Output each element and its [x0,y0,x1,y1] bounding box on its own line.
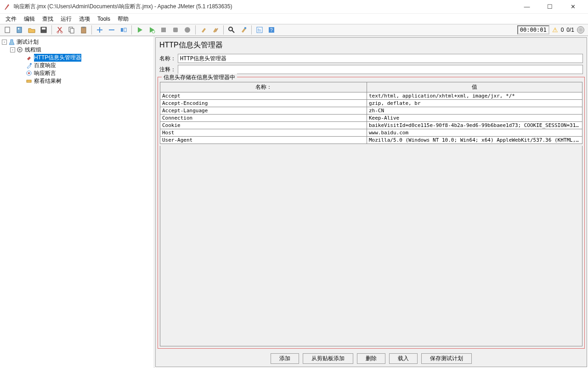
tree-baidu-response[interactable]: 百度响应 [0,62,154,69]
start-icon[interactable] [134,25,145,35]
menu-search[interactable]: 查找 [40,14,56,24]
header-value-cell[interactable]: Keep-Alive [367,115,582,122]
header-value-cell[interactable]: Mozilla/5.0 (Windows NT 10.0; Win64; x64… [367,137,582,144]
col-header-value[interactable]: 值 [367,82,582,92]
header-name-cell[interactable]: Cookie [160,122,367,129]
cut-icon[interactable] [54,25,65,35]
app-icon [4,3,11,11]
table-row[interactable]: Accept-Languagezh-CN [160,107,582,115]
name-label: 名称： [159,55,178,63]
toggle-icon[interactable] [118,25,129,35]
table-empty-area[interactable] [160,146,582,346]
table-row[interactable]: CookiebaikeVisitId=d0ce115e-90f8-4b2a-9e… [160,122,582,129]
svg-point-20 [229,27,232,31]
toggle-icon[interactable]: - [10,47,15,52]
tree-header-manager[interactable]: HTTP信息头管理器 [0,54,154,62]
header-name-cell[interactable]: Host [160,129,367,137]
svg-rect-4 [42,28,45,29]
separator [131,25,132,34]
toggle-icon[interactable]: - [2,40,7,45]
stop-icon[interactable] [158,25,169,35]
col-header-name[interactable]: 名称： [160,82,367,92]
header-value-cell[interactable]: gzip, deflate, br [367,100,582,107]
tree-response-assertion[interactable]: 响应断言 [0,69,154,77]
table-row[interactable]: Accepttext/html, application/xhtml+xml, … [160,92,582,100]
comment-input[interactable] [178,65,583,74]
button-row: 添加 从剪贴板添加 删除 载入 保存测试计划 [156,351,587,367]
tree-test-plan[interactable]: - 测试计划 [0,38,154,46]
tree-label: 响应断言 [34,69,56,77]
name-input[interactable] [178,54,583,63]
expand-icon[interactable] [94,25,105,35]
header-name-cell[interactable]: Accept [160,92,367,100]
menu-edit[interactable]: 编辑 [21,14,38,24]
svg-text:?: ? [270,28,273,33]
templates-icon[interactable] [14,25,25,35]
close-button[interactable]: ✕ [566,3,580,10]
headers-group: 信息头存储在信息头管理器中 名称： 值 Accepttext/html, app… [158,77,585,349]
separator [195,25,196,34]
header-name-cell[interactable]: Accept-Language [160,107,367,115]
tree-view-results[interactable]: 察看结果树 [0,77,154,85]
stop-all-icon[interactable] [182,25,193,35]
open-icon[interactable] [26,25,37,35]
timer-display: 00:00:01 [517,25,549,34]
table-row[interactable]: Accept-Encodinggzip, deflate, br [160,100,582,107]
menu-help[interactable]: 帮助 [115,14,131,24]
menu-options[interactable]: 选项 [76,14,93,24]
table-row[interactable]: Hostwww.baidu.com [160,129,582,137]
maximize-button[interactable]: ☐ [543,3,557,10]
main-panel: HTTP信息头管理器 名称： 注释： 信息头存储在信息头管理器中 名称： 值 A… [155,37,587,367]
header-name-cell[interactable]: Accept-Encoding [160,100,367,107]
header-value-cell[interactable]: text/html, application/xhtml+xml, image/… [367,92,582,100]
svg-rect-0 [5,27,10,33]
function-helper-icon[interactable]: fn [254,25,265,35]
shutdown-icon[interactable] [170,25,181,35]
table-row[interactable]: User-AgentMozilla/5.0 (Windows NT 10.0; … [160,137,582,144]
menubar: 文件 编辑 查找 运行 选项 Tools 帮助 [0,14,588,24]
clear-icon[interactable] [198,25,209,35]
start-no-timers-icon[interactable] [146,25,157,35]
workspace: - 测试计划 - 线程组 HTTP信息头管理器 百度响应 响应断言 察看结果树 … [0,36,588,368]
header-value-cell[interactable]: zh-CN [367,107,582,115]
save-icon[interactable] [38,25,49,35]
table-row[interactable]: ConnectionKeep-Alive [160,115,582,122]
help-icon[interactable]: ? [266,25,277,35]
gauge-icon [577,26,584,34]
reset-search-icon[interactable] [238,25,249,35]
menu-file[interactable]: 文件 [3,14,19,24]
add-button[interactable]: 添加 [271,353,299,364]
header-value-cell[interactable]: baikeVisitId=d0ce115e-90f8-4b2a-9ed6-99b… [367,122,582,129]
new-icon[interactable] [2,25,13,35]
header-value-cell[interactable]: www.baidu.com [367,129,582,137]
svg-rect-1 [17,27,22,33]
tree-label: HTTP信息头管理器 [34,54,81,62]
delete-button[interactable]: 删除 [357,353,385,364]
minimize-button[interactable]: — [520,3,534,10]
add-from-clipboard-button[interactable]: 从剪贴板添加 [303,353,353,364]
menu-run[interactable]: 运行 [58,14,74,24]
clear-all-icon[interactable] [210,25,221,35]
tree-panel[interactable]: - 测试计划 - 线程组 HTTP信息头管理器 百度响应 响应断言 察看结果树 [0,36,154,368]
headers-table[interactable]: 名称： 值 Accepttext/html, application/xhtml… [160,82,582,144]
tree-thread-group[interactable]: - 线程组 [0,46,154,54]
paste-icon[interactable] [78,25,89,35]
load-button[interactable]: 载入 [389,353,418,364]
name-row: 名称： [156,53,587,64]
warning-icon[interactable]: ⚠ [552,26,558,34]
separator [251,25,252,34]
svg-point-19 [185,27,190,33]
collapse-icon[interactable] [106,25,117,35]
svg-rect-14 [121,28,123,32]
menu-tools[interactable]: Tools [95,15,113,23]
panel-title: HTTP信息头管理器 [156,38,587,53]
svg-point-29 [30,63,32,65]
header-name-cell[interactable]: User-Agent [160,137,367,144]
save-button[interactable]: 保存测试计划 [421,353,472,364]
search-icon[interactable] [226,25,237,35]
dropper-icon [26,62,33,69]
copy-icon[interactable] [66,25,77,35]
separator [223,25,224,34]
window-title: 响应断言.jmx (C:\Users\Admin\Documents\响应断言.… [14,3,520,11]
header-name-cell[interactable]: Connection [160,115,367,122]
